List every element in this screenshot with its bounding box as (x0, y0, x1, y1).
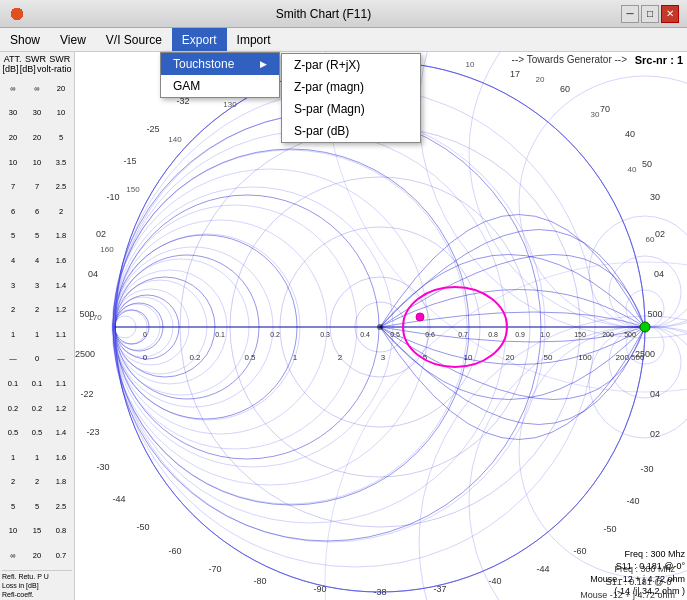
svg-text:-23: -23 (86, 427, 99, 437)
touchstone-submenu: Z-par (R+jX) Z-par (magn) S-par (Magn) S… (281, 53, 421, 143)
svg-text:60: 60 (646, 235, 655, 244)
svg-text:150: 150 (126, 185, 140, 194)
svg-text:-40: -40 (488, 576, 501, 586)
svg-text:140: 140 (168, 135, 182, 144)
export-menu: Touchstone ▶ GAM Z-par (R+jX) Z-par (mag… (160, 52, 280, 98)
svg-text:0.5: 0.5 (390, 331, 400, 338)
title-bar: Smith Chart (F11) ─ □ ✕ (0, 0, 687, 28)
info-panel: Freq : 300 Mhz S11 : 0.181 @-0° Mouse -1… (590, 548, 685, 598)
export-dropdown: Touchstone ▶ GAM Z-par (R+jX) Z-par (mag… (160, 52, 280, 98)
svg-text:04: 04 (88, 269, 98, 279)
svg-text:500: 500 (624, 331, 636, 338)
svg-text:200: 200 (602, 331, 614, 338)
svg-text:-30: -30 (640, 464, 653, 474)
svg-text:10: 10 (466, 60, 475, 69)
left-panel: ATT. SWR SWR [dB] [dB] volt-ratio ∞ 30 2… (0, 52, 75, 600)
svg-text:40: 40 (628, 165, 637, 174)
towards-generator-label: --> Towards Generator --> (512, 54, 627, 65)
svg-text:-70: -70 (208, 564, 221, 574)
maximize-button[interactable]: □ (641, 5, 659, 23)
bottom-scale-labels: Refl. Retu. P U Loss in [dB] Refl-coeff. (2, 570, 72, 598)
svg-text:60: 60 (560, 84, 570, 94)
submenu-spar-db[interactable]: S-par (dB) (282, 120, 420, 142)
att-header: ATT. (4, 54, 22, 64)
svg-text:500: 500 (647, 309, 662, 319)
mouse-label2: (-14 /j| 34.2 ohm ) (590, 585, 685, 598)
svg-text:0: 0 (143, 353, 148, 362)
svg-text:1.0: 1.0 (540, 331, 550, 338)
submenu-spar-magn[interactable]: S-par (Magn) (282, 98, 420, 120)
submenu-zpar-rjx[interactable]: Z-par (R+jX) (282, 54, 420, 76)
svg-text:0.2: 0.2 (270, 331, 280, 338)
svg-text:20: 20 (536, 75, 545, 84)
swr-db-col: ∞ 30 20 10 7 6 5 4 3 2 1 0 0.1 0.2 0.5 1… (26, 76, 48, 568)
swr-volt-header: SWR (49, 54, 70, 64)
mouse-label: Mouse -12 + j 4.72 ohm (590, 573, 685, 586)
swr-volt-unit: volt-ratio (37, 64, 72, 74)
svg-text:0.1: 0.1 (215, 331, 225, 338)
svg-text:0: 0 (143, 331, 147, 338)
scale-subheaders: [dB] [dB] volt-ratio (2, 64, 72, 74)
menu-view[interactable]: View (50, 28, 96, 51)
submenu-zpar-magn[interactable]: Z-par (magn) (282, 76, 420, 98)
svg-text:0.2: 0.2 (189, 353, 201, 362)
menu-export[interactable]: Export (172, 28, 227, 51)
swr-db-unit: [dB] (20, 64, 36, 74)
svg-text:30: 30 (650, 192, 660, 202)
menu-import[interactable]: Import (227, 28, 281, 51)
svg-text:0.9: 0.9 (515, 331, 525, 338)
svg-text:17: 17 (510, 69, 520, 79)
svg-text:-80: -80 (253, 576, 266, 586)
svg-text:0.4: 0.4 (360, 331, 370, 338)
svg-text:150: 150 (574, 331, 586, 338)
source-number-label: Src-nr : 1 (635, 54, 683, 66)
svg-text:-25: -25 (146, 124, 159, 134)
title-bar-buttons: ─ □ ✕ (621, 5, 679, 23)
scale-headers: ATT. SWR SWR (2, 54, 72, 64)
svg-text:3: 3 (381, 353, 386, 362)
svg-text:-15: -15 (123, 156, 136, 166)
svg-text:170: 170 (88, 313, 102, 322)
svg-text:04: 04 (654, 269, 664, 279)
scale-values: ∞ 30 20 10 7 6 5 4 3 2 1 — 0.1 0.2 0.5 1… (2, 76, 72, 568)
svg-text:30: 30 (591, 110, 600, 119)
svg-text:-50: -50 (136, 522, 149, 532)
s11-label: S11 : 0.181 @-0° (590, 560, 685, 573)
minimize-button[interactable]: ─ (621, 5, 639, 23)
svg-text:-40: -40 (626, 496, 639, 506)
svg-text:-44: -44 (536, 564, 549, 574)
att-col: ∞ 30 20 10 7 6 5 4 3 2 1 — 0.1 0.2 0.5 1… (2, 76, 24, 568)
svg-text:02: 02 (655, 229, 665, 239)
app-logo (8, 5, 26, 23)
svg-text:-22: -22 (80, 389, 93, 399)
svg-text:0.8: 0.8 (488, 331, 498, 338)
menu-show[interactable]: Show (0, 28, 50, 51)
svg-text:160: 160 (100, 245, 114, 254)
svg-text:02: 02 (96, 229, 106, 239)
svg-point-116 (416, 313, 424, 321)
svg-text:-10: -10 (106, 192, 119, 202)
svg-point-117 (377, 324, 383, 330)
svg-text:-44: -44 (112, 494, 125, 504)
svg-text:-60: -60 (573, 546, 586, 556)
menu-touchstone[interactable]: Touchstone ▶ (161, 53, 279, 75)
swr-db-header: SWR (25, 54, 46, 64)
svg-text:130: 130 (223, 100, 237, 109)
svg-text:-60: -60 (168, 546, 181, 556)
swr-volt-col: 20 10 5 3.5 2.5 2 1.8 1.6 1.4 1.2 1.1 — … (50, 76, 72, 568)
menu-bar: Show View V/I Source Export Import Touch… (0, 28, 687, 52)
close-button[interactable]: ✕ (661, 5, 679, 23)
svg-text:70: 70 (600, 104, 610, 114)
svg-text:40: 40 (625, 129, 635, 139)
menu-gam[interactable]: GAM (161, 75, 279, 97)
att-unit: [dB] (3, 64, 19, 74)
window-title: Smith Chart (F11) (26, 7, 621, 21)
svg-text:0.7: 0.7 (458, 331, 468, 338)
menu-vi-source[interactable]: V/I Source (96, 28, 172, 51)
svg-point-115 (640, 322, 650, 332)
svg-text:2500: 2500 (75, 349, 95, 359)
freq-label: Freq : 300 Mhz (590, 548, 685, 561)
svg-text:50: 50 (642, 159, 652, 169)
svg-text:0.3: 0.3 (320, 331, 330, 338)
submenu-arrow: ▶ (260, 59, 267, 69)
